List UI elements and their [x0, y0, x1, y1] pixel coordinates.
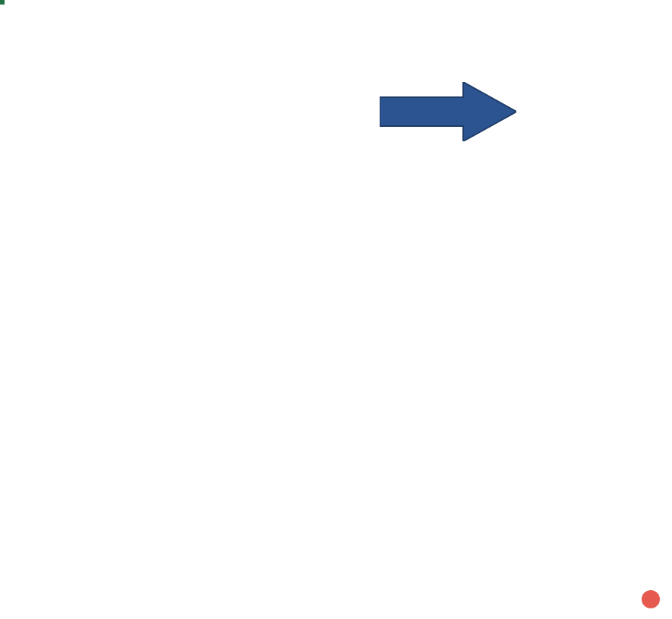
- watermark: [642, 590, 663, 608]
- selected-cell-outline: [0, 0, 3, 3]
- php-logo-icon: [642, 590, 660, 608]
- arrow-icon: [380, 82, 516, 141]
- fill-handle[interactable]: [0, 0, 5, 5]
- svg-marker-0: [380, 82, 516, 141]
